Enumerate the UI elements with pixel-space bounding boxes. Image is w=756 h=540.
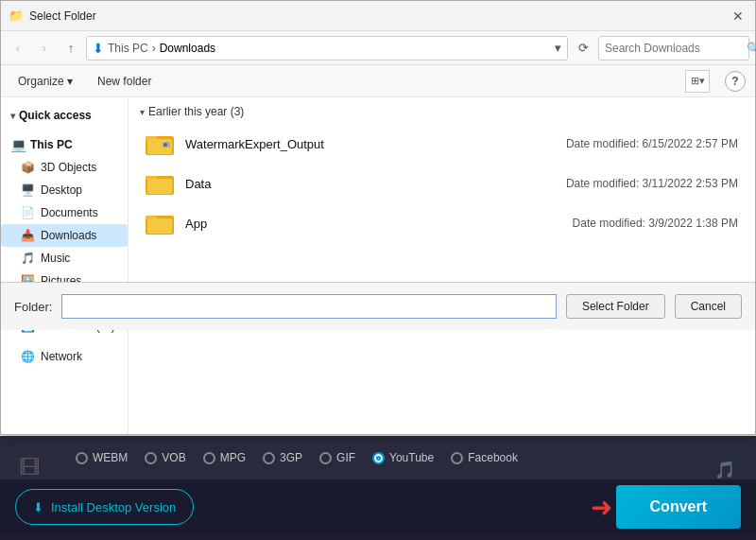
format-option-vob[interactable]: VOB: [145, 451, 185, 464]
crumb-thispc[interactable]: This PC: [108, 42, 148, 55]
file-name: App: [185, 217, 573, 231]
new-folder-button[interactable]: New folder: [90, 70, 159, 93]
close-button[interactable]: ✕: [729, 7, 747, 26]
music-icon: 🎵: [714, 460, 735, 480]
format-option-webm[interactable]: WEBM: [76, 451, 128, 464]
quick-access-label: Quick access: [19, 109, 92, 122]
view-options: ⊞▾: [685, 70, 710, 93]
section-label: Earlier this year (3): [148, 105, 244, 118]
radio-3gp: [263, 452, 275, 464]
network-label: Network: [41, 350, 82, 363]
folder-label: Folder:: [14, 300, 52, 314]
format-option-youtube[interactable]: YouTube: [372, 451, 434, 464]
format-option-mpg[interactable]: MPG: [203, 451, 246, 464]
radio-vob: [145, 452, 157, 464]
table-row[interactable]: WatermarkExpert_Output Date modified: 6/…: [140, 124, 744, 164]
quick-access-chevron: ▾: [10, 111, 15, 121]
quick-access-header[interactable]: ▾ Quick access: [1, 105, 128, 126]
table-row[interactable]: App Date modified: 3/9/2022 1:38 PM: [140, 203, 744, 243]
search-input[interactable]: [605, 42, 747, 55]
sidebar-item-music[interactable]: 🎵 Music: [1, 247, 128, 270]
svg-rect-7: [147, 179, 172, 194]
format-label-facebook: Facebook: [468, 451, 518, 464]
film-icon: 🎞: [19, 456, 40, 480]
sidebar-item-3d-objects[interactable]: 📦 3D Objects: [1, 156, 128, 179]
main-area: ▾ Quick access 💻 This PC 📦 3D Objects 🖥️…: [1, 97, 755, 434]
folder-input-area: Folder: Select Folder Cancel: [1, 282, 755, 330]
address-dropdown-button[interactable]: ▾: [555, 41, 561, 55]
crumb-downloads[interactable]: Downloads: [160, 42, 215, 55]
file-icon: [146, 208, 176, 238]
refresh-button[interactable]: ⟳: [572, 37, 594, 60]
network-icon: 🌐: [20, 349, 35, 364]
radio-mpg: [203, 452, 215, 464]
radio-gif: [319, 452, 332, 464]
download-icon: ⬇: [33, 500, 43, 514]
dialog-title: Select Folder: [29, 9, 729, 23]
sidebar-item-downloads[interactable]: 📥 Downloads: [1, 224, 128, 247]
file-date: Date modified: 3/9/2022 1:38 PM: [573, 217, 738, 230]
format-option-gif[interactable]: GIF: [319, 451, 355, 464]
arrow-icon: ➜: [591, 492, 612, 523]
radio-facebook: [451, 452, 463, 464]
help-button[interactable]: ?: [725, 71, 746, 92]
sidebar-item-network[interactable]: 🌐 Network: [1, 345, 128, 368]
format-label-vob: VOB: [162, 451, 185, 464]
install-desktop-button[interactable]: ⬇ Install Desktop Version: [15, 489, 194, 525]
forward-button[interactable]: ›: [33, 37, 56, 60]
format-label-youtube: YouTube: [389, 451, 434, 464]
folder-text-input[interactable]: [61, 294, 556, 319]
action-bar: ⬇ Install Desktop Version ➜ Convert: [0, 479, 756, 534]
this-pc-label: This PC: [30, 138, 73, 151]
select-folder-dialog: 📁 Select Folder ✕ ‹ › ↑ ⬇ This PC › Down…: [0, 0, 756, 435]
crumb-separator: ›: [152, 42, 156, 55]
radio-youtube: [372, 452, 385, 464]
format-label-mpg: MPG: [220, 451, 246, 464]
format-option-3gp[interactable]: 3GP: [263, 451, 302, 464]
nav-bar: ‹ › ↑ ⬇ This PC › Downloads ▾ ⟳ 🔍: [1, 31, 755, 65]
toolbar: Organize ▾ New folder ⊞▾ ?: [1, 65, 755, 97]
search-box: 🔍: [598, 36, 749, 61]
select-folder-button[interactable]: Select Folder: [566, 294, 665, 319]
downloads-icon: 📥: [20, 228, 35, 243]
file-date: Date modified: 6/15/2022 2:57 PM: [566, 137, 738, 150]
file-name: Data: [185, 177, 566, 191]
section-chevron: ▾: [140, 107, 145, 117]
format-bar: 🎞 WEBM VOB MPG 3GP GIF YouTube Facebook …: [0, 436, 756, 479]
format-option-facebook[interactable]: Facebook: [451, 451, 518, 464]
address-crumb: This PC › Downloads: [108, 42, 215, 55]
sidebar-item-documents[interactable]: 📄 Documents: [1, 201, 128, 224]
search-icon: 🔍: [747, 42, 756, 55]
organize-button[interactable]: Organize ▾: [10, 70, 80, 93]
desktop-label: Desktop: [41, 183, 82, 197]
convert-arrow-area: ➜ Convert: [591, 485, 741, 529]
sidebar: ▾ Quick access 💻 This PC 📦 3D Objects 🖥️…: [1, 97, 129, 434]
3d-objects-label: 3D Objects: [41, 161, 96, 174]
up-button[interactable]: ↑: [60, 37, 82, 60]
desktop-icon: 🖥️: [20, 183, 35, 198]
radio-webm: [76, 452, 88, 464]
this-pc-header[interactable]: 💻 This PC: [1, 133, 128, 156]
file-list: ▾ Earlier this year (3) WatermarkExpert_…: [129, 97, 755, 434]
address-bar: ⬇ This PC › Downloads ▾: [86, 36, 568, 61]
sidebar-item-desktop[interactable]: 🖥️ Desktop: [1, 179, 128, 201]
file-rows-container: WatermarkExpert_Output Date modified: 6/…: [140, 124, 744, 243]
this-pc-icon: 💻: [10, 137, 26, 152]
convert-button[interactable]: Convert: [616, 485, 741, 529]
file-icon: [146, 129, 176, 159]
3d-objects-icon: 📦: [20, 160, 35, 175]
back-button[interactable]: ‹: [7, 37, 29, 60]
cancel-button[interactable]: Cancel: [675, 294, 742, 319]
downloads-label: Downloads: [41, 229, 96, 242]
file-name: WatermarkExpert_Output: [185, 137, 566, 151]
format-label-3gp: 3GP: [280, 451, 302, 464]
file-date: Date modified: 3/11/2022 2:53 PM: [566, 177, 738, 190]
section-header[interactable]: ▾ Earlier this year (3): [140, 105, 744, 118]
dialog-icon: 📁: [9, 9, 24, 24]
music-label: Music: [41, 252, 70, 265]
format-label-gif: GIF: [336, 451, 355, 464]
table-row[interactable]: Data Date modified: 3/11/2022 2:53 PM: [140, 164, 744, 203]
documents-icon: 📄: [20, 205, 35, 220]
view-mode-button[interactable]: ⊞▾: [685, 70, 710, 93]
title-bar: 📁 Select Folder ✕: [1, 1, 755, 31]
